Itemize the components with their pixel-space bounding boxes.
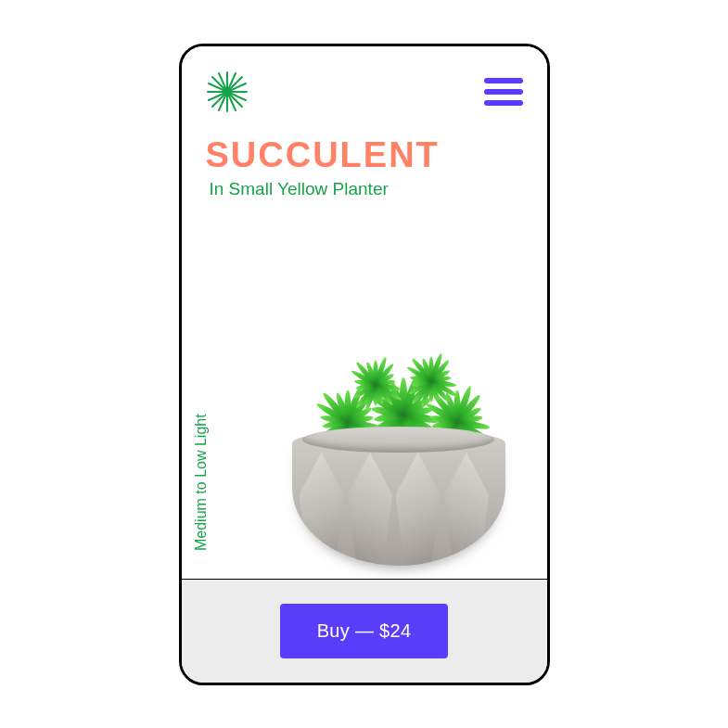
planter-illustration [292, 436, 505, 566]
product-view: SUCCULENT In Small Yellow Planter Medium… [182, 46, 547, 579]
leaf-cluster [402, 351, 460, 410]
product-title: SUCCULENT [206, 135, 523, 175]
product-image [269, 295, 529, 573]
product-subtitle: In Small Yellow Planter [206, 179, 523, 199]
buy-bar: Buy — $24 [182, 579, 547, 683]
device-frame: SUCCULENT In Small Yellow Planter Medium… [179, 44, 550, 685]
menu-icon[interactable] [484, 78, 523, 106]
brand-logo-icon [206, 70, 249, 113]
top-bar [206, 70, 523, 113]
light-requirement-label: Medium to Low Light [193, 414, 210, 551]
buy-button[interactable]: Buy — $24 [280, 604, 449, 658]
leaf-cluster [346, 355, 404, 414]
